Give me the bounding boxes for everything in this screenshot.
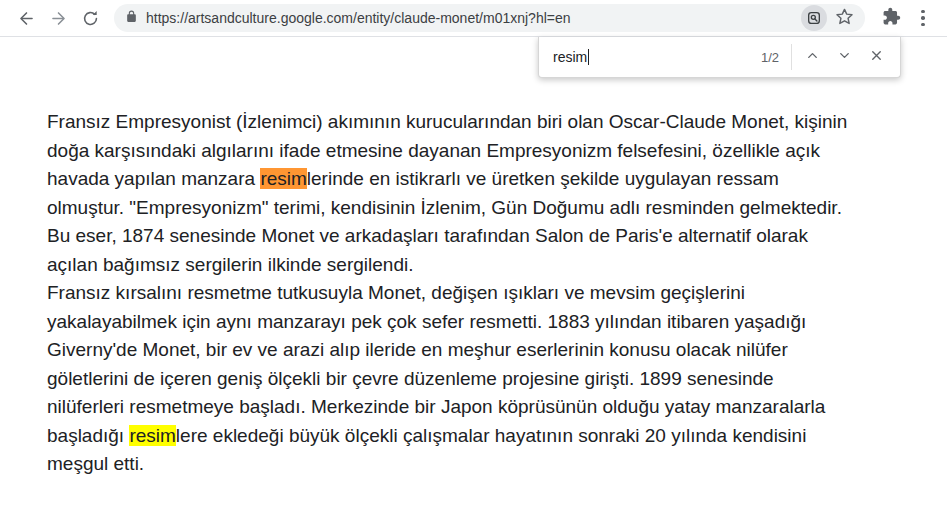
text-line: Fransız kırsalını resmetme tutkusuyla Mo… (47, 279, 917, 308)
browser-menu-button[interactable] (909, 4, 937, 32)
extensions-button[interactable] (877, 4, 905, 32)
text-line: başladığı resimlere ekledeği büyük ölçek… (47, 422, 917, 451)
text-segment: meşgul etti. (47, 453, 144, 474)
text-line: Bu eser, 1874 senesinde Monet ve arkadaş… (47, 222, 917, 251)
bookmark-button[interactable] (829, 4, 859, 32)
find-query-text: resim (553, 49, 587, 65)
search-page-button[interactable] (799, 4, 829, 32)
text-segment: Bu eser, 1874 senesinde Monet ve arkadaş… (47, 225, 808, 246)
address-bar[interactable]: https://artsandculture.google.com/entity… (114, 4, 865, 32)
text-segment: lerinde en istikrarlı ve üretken şekilde… (307, 168, 779, 189)
text-segment: başladığı (47, 425, 129, 446)
chevron-up-icon (805, 48, 820, 67)
text-line: göletlerini de içeren geniş ölçekli bir … (47, 365, 917, 394)
text-line: olmuştur. "Empresyonizm" terimi, kendisi… (47, 194, 917, 223)
text-line: havada yapılan manzara resimlerinde en i… (47, 165, 917, 194)
forward-arrow-icon (49, 9, 68, 28)
text-line: Giverny'de Monet, bir ev ve arazi alıp i… (47, 336, 917, 365)
text-segment: olmuştur. "Empresyonizm" terimi, kendisi… (47, 197, 842, 218)
text-line: yakalayabilmek için aynı manzarayı pek ç… (47, 308, 917, 337)
star-icon (835, 7, 854, 30)
text-segment: Giverny'de Monet, bir ev ve arazi alıp i… (47, 339, 788, 360)
find-match-inactive: resim (129, 425, 175, 446)
next-match-button[interactable] (828, 41, 860, 73)
back-button[interactable] (12, 4, 40, 32)
text-segment: lere ekledeği büyük ölçekli çalışmalar h… (176, 425, 807, 446)
text-caret (588, 49, 589, 65)
puzzle-icon (882, 7, 901, 30)
text-line: Fransız Empresyonist (İzlenimci) akımını… (47, 108, 917, 137)
text-line: meşgul etti. (47, 450, 917, 479)
chevron-down-icon (837, 48, 852, 67)
lock-icon[interactable] (125, 9, 138, 28)
find-match-active: resim (260, 168, 306, 189)
document-search-icon (801, 5, 827, 31)
article-text: Fransız Empresyonist (İzlenimci) akımını… (0, 37, 947, 479)
browser-toolbar: https://artsandculture.google.com/entity… (0, 0, 947, 37)
back-arrow-icon (17, 9, 36, 28)
forward-button[interactable] (44, 4, 72, 32)
find-match-count: 1/2 (761, 50, 779, 65)
text-segment: doğa karşısındaki algılarını ifade etmes… (47, 140, 820, 161)
text-segment: nilüferleri resmetmeye başladı. Merkezin… (47, 396, 825, 417)
text-line: açılan bağımsız sergilerin ilkinde sergi… (47, 251, 917, 280)
text-segment: Fransız Empresyonist (İzlenimci) akımını… (47, 111, 847, 132)
reload-button[interactable] (76, 4, 104, 32)
text-line: nilüferleri resmetmeye başladı. Merkezin… (47, 393, 917, 422)
close-icon (869, 48, 884, 67)
find-bar-divider (791, 44, 792, 70)
kebab-menu-icon (921, 10, 925, 27)
reload-icon (81, 9, 100, 28)
text-segment: havada yapılan manzara (47, 168, 260, 189)
text-segment: açılan bağımsız sergilerin ilkinde sergi… (47, 254, 413, 275)
text-line: doğa karşısındaki algılarını ifade etmes… (47, 137, 917, 166)
close-find-button[interactable] (860, 41, 892, 73)
text-segment: Fransız kırsalını resmetme tutkusuyla Mo… (47, 282, 745, 303)
text-segment: göletlerini de içeren geniş ölçekli bir … (47, 368, 774, 389)
url-text: https://artsandculture.google.com/entity… (146, 10, 799, 26)
text-segment: yakalayabilmek için aynı manzarayı pek ç… (47, 311, 806, 332)
previous-match-button[interactable] (796, 41, 828, 73)
find-bar: resim 1/2 (538, 37, 901, 78)
find-input[interactable]: resim (553, 37, 761, 77)
